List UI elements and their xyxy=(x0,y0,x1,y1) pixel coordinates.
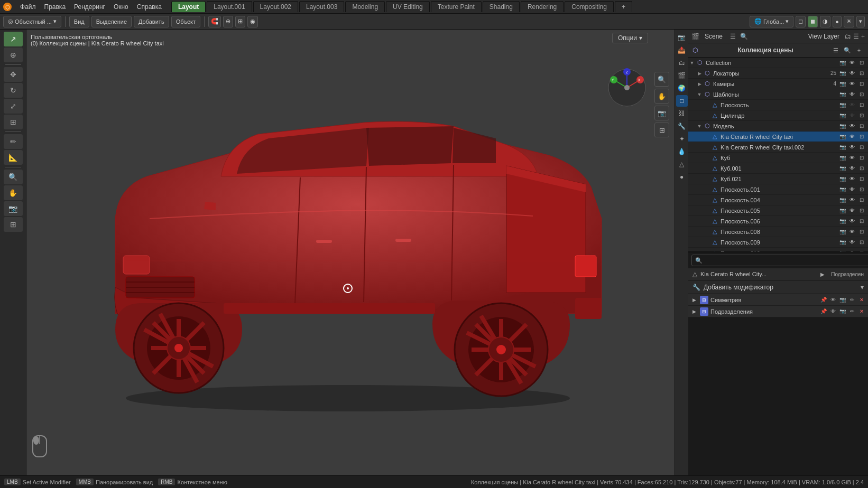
shading-wireframe[interactable]: ◻ xyxy=(796,16,806,27)
tool-grid[interactable]: ⊞ xyxy=(4,217,23,232)
modifier-render-btn[interactable]: 📷 xyxy=(838,296,847,304)
outliner-render-btn[interactable]: 📷 xyxy=(838,207,847,215)
outliner-expand-arrow[interactable]: ▶ xyxy=(696,70,703,77)
tool-rotate[interactable]: ↻ xyxy=(4,83,23,98)
modifier-delete-btn[interactable]: ✕ xyxy=(857,296,866,304)
outliner-item[interactable]: ▼ ⬡ Collection 📷 👁 ⊡ xyxy=(688,58,868,68)
outliner-eye-btn[interactable]: 👁 xyxy=(848,133,856,141)
prop-object-data[interactable]: △ xyxy=(676,158,688,170)
vp-grid-view[interactable]: ⊞ xyxy=(654,123,669,137)
tool-camera[interactable]: 📷 xyxy=(4,201,23,216)
outliner-render-btn[interactable]: 📷 xyxy=(838,164,847,173)
outliner-select-btn[interactable]: ⊡ xyxy=(857,164,866,173)
outliner-render-btn[interactable]: 📷 xyxy=(838,217,847,226)
modifier-pin-btn[interactable]: 📌 xyxy=(819,296,828,304)
outliner-eye-btn[interactable]: 👁 xyxy=(848,175,856,183)
outliner-item[interactable]: △ Kia Cerato R wheel City taxi 📷 👁 ⊡ xyxy=(688,132,868,142)
tool-zoom[interactable]: 🔍 xyxy=(4,170,23,184)
outliner-render-btn[interactable]: 📷 xyxy=(838,101,847,109)
prop-constraints[interactable]: ⛓ xyxy=(676,108,688,119)
outliner-select-btn[interactable]: ⊡ xyxy=(857,228,866,236)
outliner-expand-arrow[interactable] xyxy=(703,144,710,151)
outliner-render-btn[interactable]: 📷 xyxy=(838,90,847,99)
outliner-item[interactable]: △ Плоскость.005 📷 👁 ⊡ xyxy=(688,205,868,216)
modifier-item[interactable]: ▶ ⊞ Симметрия 📌 👁 📷 ✏ ✕ xyxy=(688,294,868,306)
outliner-eye-btn[interactable]: 👁 xyxy=(848,217,856,226)
modifier-item[interactable]: ▶ ⊟ Подразделения 📌 👁 📷 ✏ ✕ xyxy=(688,306,868,317)
outliner-item[interactable]: △ Плоскость.004 📷 👁 ⊡ xyxy=(688,195,868,205)
outliner-item[interactable]: △ Плоскость.010 📷 👁 ⊡ xyxy=(688,248,868,251)
tool-measure[interactable]: 📐 xyxy=(4,150,23,165)
outliner-render-btn[interactable]: 📷 xyxy=(838,228,847,236)
vp-camera-view[interactable]: 📷 xyxy=(654,106,669,120)
outliner-render-btn[interactable]: 📷 xyxy=(838,122,847,130)
outliner-expand-arrow[interactable]: ▶ xyxy=(696,80,703,88)
outliner-select-btn[interactable]: ⊡ xyxy=(857,238,866,247)
modifier-render-btn[interactable]: 📷 xyxy=(838,307,847,316)
modifier-eye-btn[interactable]: 👁 xyxy=(829,307,837,316)
prop-modifiers[interactable]: 🔧 xyxy=(676,120,688,132)
modifier-edit-btn[interactable]: ✏ xyxy=(848,307,856,316)
outliner-item[interactable]: △ Цилиндр 📷 👁 ⊡ xyxy=(688,110,868,121)
outliner-expand-arrow[interactable] xyxy=(703,249,710,252)
toolbar-icon-grid[interactable]: ⊞ xyxy=(235,16,245,27)
prop-material[interactable]: ● xyxy=(676,171,688,183)
tool-hand[interactable]: ✋ xyxy=(4,185,23,200)
outliner-select-btn[interactable]: ⊡ xyxy=(857,207,866,215)
outliner-select-btn[interactable]: ⊡ xyxy=(857,122,866,130)
toolbar-icon-view[interactable]: ⊕ xyxy=(223,16,233,27)
outliner-render-btn[interactable]: 📷 xyxy=(838,249,847,252)
outliner-render-btn[interactable]: 📷 xyxy=(838,133,847,141)
blender-logo[interactable]: ⬡ xyxy=(2,2,13,12)
vp-pan[interactable]: ✋ xyxy=(654,89,669,104)
viewport[interactable]: Пользовательская ортогональ (0) Коллекци… xyxy=(26,30,675,475)
outliner-item[interactable]: ▶ ⬡ Камеры 4 📷 👁 ⊡ xyxy=(688,79,868,89)
outliner-eye-btn[interactable]: 👁 xyxy=(848,80,856,88)
tool-scale[interactable]: ⤢ xyxy=(4,99,23,114)
outliner-item[interactable]: △ Плоскость 📷 👁 ⊡ xyxy=(688,100,868,110)
outliner-item[interactable]: △ Плоскость.008 📷 👁 ⊡ xyxy=(688,227,868,237)
modifier-delete-btn[interactable]: ✕ xyxy=(857,307,866,316)
outliner-item[interactable]: △ Куб.001 📷 👁 ⊡ xyxy=(688,163,868,174)
outliner-add-btn[interactable]: + xyxy=(854,45,864,55)
outliner-eye-btn[interactable]: 👁 xyxy=(848,249,856,252)
modifier-expand[interactable]: ▶ xyxy=(690,308,698,315)
outliner-eye-btn[interactable]: 👁 xyxy=(848,101,856,109)
outliner-eye-btn[interactable]: 👁 xyxy=(848,69,856,78)
tab-rendering[interactable]: Rendering xyxy=(521,1,564,12)
outliner-item[interactable]: ▼ ⬡ Модель 📷 👁 ⊡ xyxy=(688,121,868,132)
outliner-select-btn[interactable]: ⊡ xyxy=(857,133,866,141)
outliner-search-btn[interactable]: 🔍 xyxy=(843,45,852,55)
prop-render[interactable]: 📷 xyxy=(676,32,688,43)
tab-texture-paint[interactable]: Texture Paint xyxy=(431,1,482,12)
select-menu[interactable]: Выделение xyxy=(91,16,132,27)
outliner-select-btn[interactable]: ⊡ xyxy=(857,143,866,152)
outliner-render-btn[interactable]: 📷 xyxy=(838,154,847,162)
menu-file[interactable]: Файл xyxy=(16,2,40,12)
tool-select[interactable]: ↗ xyxy=(4,32,23,46)
outliner-expand-arrow[interactable] xyxy=(703,239,710,246)
toolbar-icon-overlay[interactable]: ◉ xyxy=(247,16,258,27)
outliner-expand-arrow[interactable] xyxy=(703,112,710,119)
outliner-expand-arrow[interactable] xyxy=(703,186,710,193)
outliner-item[interactable]: △ Куб 📷 👁 ⊡ xyxy=(688,153,868,163)
outliner-expand-arrow[interactable]: ▼ xyxy=(688,59,696,67)
outliner-render-btn[interactable]: 📷 xyxy=(838,196,847,204)
modifier-pin-btn[interactable]: 📌 xyxy=(819,307,828,316)
outliner-select-btn[interactable]: ⊡ xyxy=(857,90,866,99)
outliner-eye-btn[interactable]: 👁 xyxy=(848,143,856,152)
outliner-render-btn[interactable]: 📷 xyxy=(838,238,847,247)
outliner-render-btn[interactable]: 📷 xyxy=(838,143,847,152)
outliner-filter-btn[interactable]: ☰ xyxy=(831,45,841,55)
prop-output[interactable]: 📤 xyxy=(676,44,688,56)
outliner-expand-arrow[interactable]: ▼ xyxy=(696,91,703,98)
prop-physics[interactable]: 💧 xyxy=(676,146,688,157)
tab-modeling[interactable]: Modeling xyxy=(345,1,385,12)
outliner-eye-btn[interactable]: 👁 xyxy=(848,238,856,247)
outliner-item[interactable]: △ Куб.021 📷 👁 ⊡ xyxy=(688,174,868,184)
tab-uv-editing[interactable]: UV Editing xyxy=(386,1,430,12)
outliner-eye-btn[interactable]: 👁 xyxy=(848,154,856,162)
outliner-item[interactable]: ▶ ⬡ Локаторы 25 📷 👁 ⊡ xyxy=(688,68,868,79)
outliner-select-btn[interactable]: ⊡ xyxy=(857,196,866,204)
outliner-eye-btn[interactable]: 👁 xyxy=(848,228,856,236)
